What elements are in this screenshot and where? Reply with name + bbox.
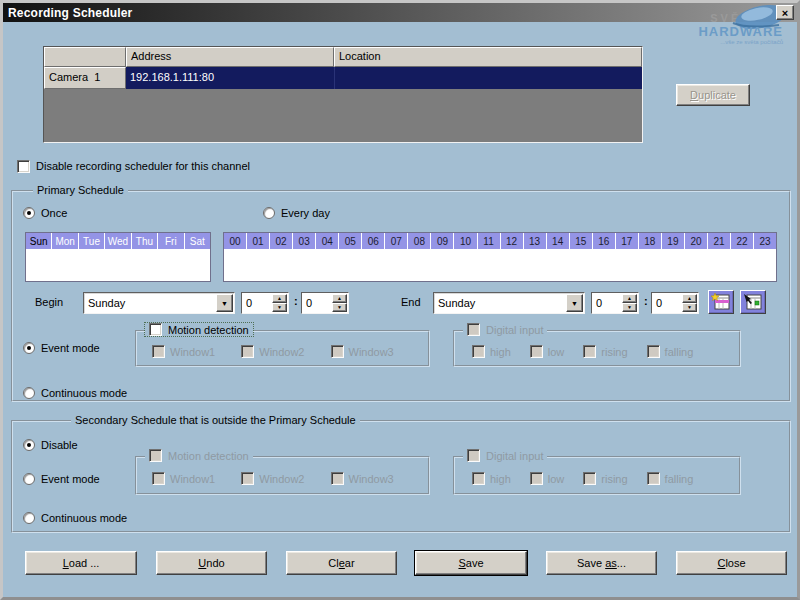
spin-up-icon[interactable]: ▲: [272, 294, 287, 303]
spin-up-icon[interactable]: ▲: [682, 294, 697, 303]
window-option-checkbox[interactable]: Window1: [152, 472, 215, 485]
header-location[interactable]: Location: [334, 47, 642, 67]
radio-icon[interactable]: [23, 342, 35, 354]
radio-icon[interactable]: [23, 439, 35, 451]
day-grid-body[interactable]: [26, 249, 210, 281]
day-header-cell[interactable]: Thu: [132, 233, 158, 249]
close-button[interactable]: ×: [776, 5, 794, 20]
hour-header-cell[interactable]: 23: [754, 233, 776, 249]
spin-up-icon[interactable]: ▲: [622, 294, 637, 303]
window-option-checkbox[interactable]: Window2: [241, 345, 304, 358]
spin-down-icon[interactable]: ▼: [332, 303, 347, 312]
digital-option-checkbox[interactable]: high: [472, 345, 511, 358]
secondary-motion-checkbox[interactable]: Motion detection: [145, 449, 253, 462]
radio-icon[interactable]: [23, 473, 35, 485]
digital-option-checkbox[interactable]: rising: [583, 345, 627, 358]
checkbox-icon[interactable]: [149, 323, 162, 336]
primary-motion-checkbox[interactable]: Motion detection: [145, 323, 253, 336]
save-as-button[interactable]: Save as...: [546, 551, 657, 575]
day-header-cell[interactable]: Fri: [158, 233, 184, 249]
primary-digital-checkbox[interactable]: Digital input: [463, 323, 547, 336]
hour-header-cell[interactable]: 04: [316, 233, 339, 249]
window-option-checkbox[interactable]: Window2: [241, 472, 304, 485]
clear-button[interactable]: Clear: [286, 551, 397, 575]
chevron-down-icon[interactable]: ▼: [566, 294, 583, 312]
spin-down-icon[interactable]: ▼: [682, 303, 697, 312]
radio-icon[interactable]: [23, 512, 35, 524]
apply-schedule-calendar-button[interactable]: [740, 290, 766, 314]
duplicate-button[interactable]: Duplicate: [676, 84, 750, 106]
hour-header-cell[interactable]: 22: [731, 233, 754, 249]
hour-header-cell[interactable]: 12: [501, 233, 524, 249]
primary-continuous-mode-radio[interactable]: Continuous mode: [23, 386, 127, 400]
hour-header-cell[interactable]: 18: [639, 233, 662, 249]
day-header-cell[interactable]: Sun: [26, 233, 52, 249]
spin-up-icon[interactable]: ▲: [332, 294, 347, 303]
secondary-continuous-mode-radio[interactable]: Continuous mode: [23, 511, 127, 525]
hour-header-cell[interactable]: 13: [524, 233, 547, 249]
hour-header-cell[interactable]: 07: [385, 233, 408, 249]
secondary-disable-radio[interactable]: Disable: [23, 438, 78, 452]
digital-option-checkbox[interactable]: rising: [583, 472, 627, 485]
hour-grid-body[interactable]: [224, 249, 776, 281]
day-header-cell[interactable]: Mon: [52, 233, 78, 249]
hour-header-cell[interactable]: 15: [570, 233, 593, 249]
hour-header-cell[interactable]: 05: [339, 233, 362, 249]
header-address[interactable]: Address: [126, 47, 334, 67]
radio-icon[interactable]: [23, 207, 35, 219]
hour-header-cell[interactable]: 16: [593, 233, 616, 249]
day-header-cell[interactable]: Tue: [79, 233, 105, 249]
end-minute-spinner[interactable]: 0 ▲▼: [651, 292, 699, 314]
hour-header-cell[interactable]: 00: [224, 233, 247, 249]
disable-channel-checkbox[interactable]: Disable recording scheduler for this cha…: [17, 159, 250, 173]
hour-header-cell[interactable]: 20: [685, 233, 708, 249]
title-bar[interactable]: Recording Scheduler: [3, 3, 797, 22]
hour-header-cell[interactable]: 10: [454, 233, 477, 249]
primary-event-mode-radio[interactable]: Event mode: [23, 341, 100, 355]
hour-header-cell[interactable]: 06: [362, 233, 385, 249]
end-day-select[interactable]: Sunday ▼: [433, 292, 585, 314]
table-row[interactable]: Camera 1 192.168.1.111:80: [44, 67, 642, 89]
hour-header-cell[interactable]: 08: [408, 233, 431, 249]
window-option-checkbox[interactable]: Window1: [152, 345, 215, 358]
undo-button[interactable]: Undo: [156, 551, 267, 575]
hour-header-cell[interactable]: 19: [662, 233, 685, 249]
hour-header-cell[interactable]: 01: [247, 233, 270, 249]
close-window-button[interactable]: Close: [676, 551, 787, 575]
end-hour-spinner[interactable]: 0 ▲▼: [591, 292, 639, 314]
radio-icon[interactable]: [23, 387, 35, 399]
camera-location-cell[interactable]: [334, 67, 642, 89]
spin-down-icon[interactable]: ▼: [272, 303, 287, 312]
camera-name-cell[interactable]: Camera 1: [44, 67, 126, 89]
camera-address-cell[interactable]: 192.168.1.111:80: [126, 67, 334, 89]
hour-header-cell[interactable]: 14: [547, 233, 570, 249]
checkbox-icon[interactable]: [17, 160, 30, 173]
spin-down-icon[interactable]: ▼: [622, 303, 637, 312]
begin-minute-spinner[interactable]: 0 ▲▼: [301, 292, 349, 314]
every-day-radio[interactable]: Every day: [263, 206, 330, 220]
window-option-checkbox[interactable]: Window3: [331, 345, 394, 358]
hour-header-cell[interactable]: 21: [708, 233, 731, 249]
secondary-event-mode-radio[interactable]: Event mode: [23, 472, 100, 486]
load-button[interactable]: Load ...: [25, 551, 137, 575]
hour-header-cell[interactable]: 03: [293, 233, 316, 249]
digital-option-checkbox[interactable]: falling: [647, 345, 694, 358]
digital-option-checkbox[interactable]: low: [530, 345, 565, 358]
once-radio[interactable]: Once: [23, 206, 67, 220]
hour-header-cell[interactable]: 17: [616, 233, 639, 249]
day-header-cell[interactable]: Sat: [185, 233, 210, 249]
hour-header-cell[interactable]: 09: [431, 233, 454, 249]
digital-option-checkbox[interactable]: falling: [647, 472, 694, 485]
save-button[interactable]: Save: [415, 551, 527, 575]
begin-hour-spinner[interactable]: 0 ▲▼: [241, 292, 289, 314]
hour-header-cell[interactable]: 02: [270, 233, 293, 249]
hour-header-cell[interactable]: 11: [478, 233, 501, 249]
window-option-checkbox[interactable]: Window3: [331, 472, 394, 485]
digital-option-checkbox[interactable]: low: [530, 472, 565, 485]
chevron-down-icon[interactable]: ▼: [216, 294, 233, 312]
add-schedule-calendar-button[interactable]: [708, 290, 734, 314]
radio-icon[interactable]: [263, 207, 275, 219]
day-header-cell[interactable]: Wed: [105, 233, 131, 249]
begin-day-select[interactable]: Sunday ▼: [83, 292, 235, 314]
secondary-digital-checkbox[interactable]: Digital input: [463, 449, 547, 462]
